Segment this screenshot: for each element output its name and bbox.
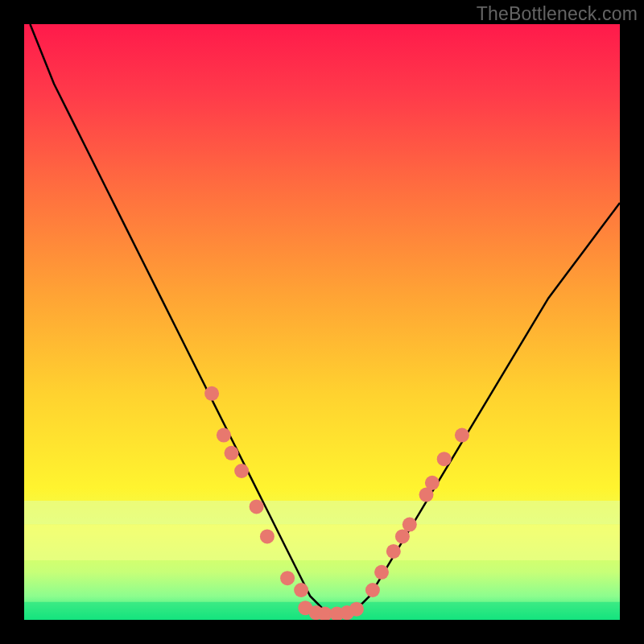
- scatter-dot: [225, 446, 239, 460]
- scatter-dot: [386, 544, 401, 559]
- scatter-dot: [217, 428, 231, 443]
- scatter-dot: [250, 499, 264, 514]
- scatter-dot: [402, 518, 417, 532]
- scatter-dot: [204, 386, 219, 401]
- scatter-dot: [234, 464, 249, 478]
- scatter-dot: [294, 583, 308, 597]
- chart-area: [24, 24, 620, 620]
- color-bands: [24, 501, 620, 620]
- scatter-dot: [374, 565, 389, 580]
- watermark-label: TheBottleneck.com: [477, 3, 638, 25]
- scatter-dot: [425, 476, 440, 490]
- scatter-dot: [349, 602, 364, 617]
- scatter-dot: [280, 571, 295, 585]
- yellow-band: [24, 525, 620, 560]
- scatter-dot: [455, 428, 469, 443]
- scatter-dot: [365, 583, 380, 597]
- outer-frame: TheBottleneck.com: [0, 0, 644, 644]
- chart-svg: [24, 24, 620, 620]
- cyan-band: [24, 501, 620, 525]
- scatter-dot: [437, 452, 452, 466]
- scatter-dot: [260, 529, 275, 543]
